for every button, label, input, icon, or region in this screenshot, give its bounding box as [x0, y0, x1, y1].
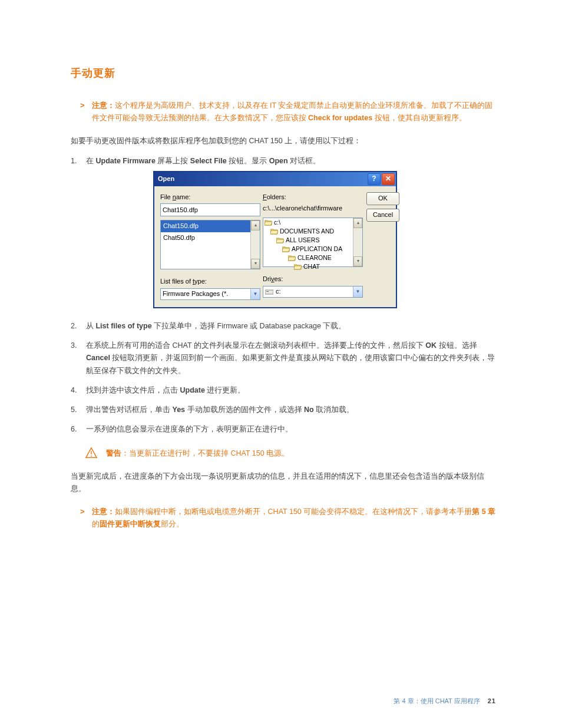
folder-open-icon — [282, 246, 290, 252]
folder-item[interactable]: CLEARONE — [263, 253, 362, 262]
intro-text: 如要手动更改固件版本或将数据库程序包加载到您的 CHAT 150 上，请使用以下… — [71, 135, 496, 147]
step-5: 弹出警告对话框后，单击 Yes 手动加载所选的固件文件，或选择 No 取消加载。 — [71, 404, 496, 416]
open-dialog-screenshot: Open ? ✕ File name: Chat150.dfp Chat150.… — [153, 171, 496, 308]
note-bold: Check for updates — [308, 114, 372, 122]
titlebar-help-button[interactable]: ? — [368, 173, 381, 185]
folder-open-icon — [288, 255, 296, 261]
drives-label: Drives: — [263, 274, 363, 285]
folder-item[interactable]: DOCUMENTS AND — [263, 227, 362, 236]
file-name-input[interactable]: Chat150.dfp — [160, 203, 260, 216]
chevron-down-icon[interactable]: ▼ — [353, 286, 362, 297]
note-top-text: 注意：这个程序是为高级用户、技术支持，以及存在 IT 安全规定而禁止自动更新的企… — [92, 100, 496, 125]
folders-path: c:\...\clearone\chat\firmware — [263, 203, 363, 213]
step-4: 找到并选中该文件后，点击 Update 进行更新。 — [71, 384, 496, 397]
folder-item[interactable]: CHAT — [263, 262, 362, 271]
scroll-down-icon[interactable]: ▾ — [251, 259, 260, 269]
warning-block: 警告：当更新正在进行时，不要拔掉 CHAT 150 电源。 — [85, 447, 496, 460]
cancel-button[interactable]: Cancel — [366, 209, 399, 222]
ok-button[interactable]: OK — [366, 192, 399, 205]
note-label: 注意： — [92, 101, 115, 110]
note-arrow-icon: > — [80, 506, 85, 531]
step-1: 在 Update Firmware 屏幕上按 Select File 按钮。显示… — [71, 155, 496, 167]
footer-page-number: 21 — [488, 697, 496, 704]
folder-item[interactable]: APPLICATION DA — [263, 245, 362, 253]
note-top: > 注意：这个程序是为高级用户、技术支持，以及存在 IT 安全规定而禁止自动更新… — [80, 100, 496, 125]
folder-open-icon — [265, 219, 272, 226]
note-bottom: > 注意：如果固件编程中断，如断电或电缆意外断开，CHAT 150 可能会变得不… — [80, 506, 496, 531]
svg-rect-1 — [266, 291, 269, 292]
scroll-up-icon[interactable]: ▴ — [353, 218, 362, 228]
file-list[interactable]: Chat150.dfp Chat50.dfp ▴ ▾ — [160, 220, 260, 269]
dialog-titlebar: Open ? ✕ — [154, 172, 396, 186]
folder-item[interactable]: c:\ — [263, 218, 362, 227]
folder-open-icon — [270, 228, 278, 235]
folder-item[interactable]: ALL USERS — [263, 236, 362, 245]
scrollbar[interactable]: ▴ ▾ — [250, 220, 260, 269]
steps-list-cont: 从 List files of type 下拉菜单中，选择 Firmware 或… — [71, 320, 496, 436]
footer-chapter: 第 4 章：使用 CHAT 应用程序 — [394, 697, 480, 704]
chevron-down-icon[interactable]: ▼ — [250, 289, 260, 299]
folders-label: Folders: — [263, 192, 363, 203]
note-bottom-text: 注意：如果固件编程中断，如断电或电缆意外断开，CHAT 150 可能会变得不稳定… — [92, 506, 496, 531]
svg-point-3 — [91, 455, 92, 456]
step-3: 在系统上所有可用的适合 CHAT 的文件列表显示在左侧滚动列表框中。选择要上传的… — [71, 340, 496, 377]
step-6: 一系列的信息会显示在进度条的下方，表明更新正在进行中。 — [71, 423, 496, 436]
open-dialog: Open ? ✕ File name: Chat150.dfp Chat150.… — [153, 171, 397, 308]
warning-text: 警告：当更新正在进行时，不要拔掉 CHAT 150 电源。 — [106, 447, 289, 459]
drive-icon — [265, 289, 273, 295]
svg-rect-0 — [265, 290, 273, 294]
scroll-up-icon[interactable]: ▴ — [251, 220, 260, 230]
steps-list: 在 Update Firmware 屏幕上按 Select File 按钮。显示… — [71, 155, 496, 167]
folder-tree[interactable]: c:\ DOCUMENTS AND ALL USERS APPLICATION … — [263, 218, 363, 267]
list-item[interactable]: Chat50.dfp — [161, 232, 260, 244]
section-heading: 手动更新 — [71, 65, 496, 82]
post-warning-text: 当更新完成后，在进度条的下方会出现一条说明更新成功的信息，并且在适用的情况下，信… — [71, 470, 496, 496]
scrollbar[interactable]: ▴ ▾ — [353, 218, 362, 266]
list-type-label: List files of type: — [160, 276, 260, 287]
page-footer: 第 4 章：使用 CHAT 应用程序 21 — [394, 696, 496, 707]
list-type-combo[interactable]: Firmware Packages (*. ▼ — [160, 288, 260, 300]
note-arrow-icon: > — [80, 100, 85, 125]
file-name-label: File name: — [160, 192, 260, 203]
folder-open-icon — [294, 263, 302, 270]
scroll-down-icon[interactable]: ▾ — [353, 256, 362, 266]
dialog-title: Open — [158, 174, 174, 185]
step-2: 从 List files of type 下拉菜单中，选择 Firmware 或… — [71, 320, 496, 332]
drives-combo[interactable]: c: ▼ — [263, 286, 363, 298]
titlebar-close-button[interactable]: ✕ — [382, 173, 395, 185]
folder-open-icon — [276, 237, 284, 243]
warning-triangle-icon — [85, 447, 98, 460]
note-body-2: 按钮，使其自动更新程序。 — [372, 114, 466, 122]
list-item[interactable]: Chat150.dfp — [161, 220, 260, 232]
